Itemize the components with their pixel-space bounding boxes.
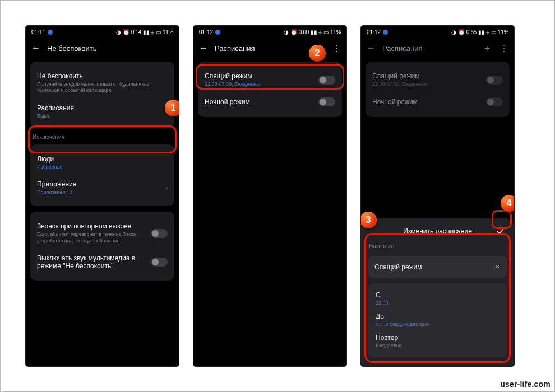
wifi-icon: ⏚: [486, 29, 489, 35]
status-indicators: ◑ ⏰ 0.14 ▮▮ ⏚ ▭ 11%: [116, 29, 173, 35]
sleep-mode-row: Спящий режим 22:00-07:00, Ежедневно: [372, 67, 503, 92]
name-value: Спящий режим: [374, 263, 494, 271]
people-row[interactable]: Люди Избранное: [37, 150, 168, 175]
moon-icon: ◑: [284, 29, 289, 35]
signal-icon: ▮▮: [143, 29, 149, 35]
status-app-dot-icon: [48, 30, 53, 35]
battery-pct: 11%: [163, 29, 173, 35]
wifi-icon: ⏚: [151, 29, 154, 35]
moon-icon: ◑: [116, 29, 121, 35]
status-time: 01:12: [367, 29, 381, 35]
sleep-mode-row[interactable]: Спящий режим 22:00-07:00, Ежедневно: [205, 67, 335, 92]
title-bar: ← Не беспокоить: [26, 38, 179, 58]
check-icon: [496, 227, 505, 236]
people-title: Люди: [37, 155, 168, 163]
more-icon[interactable]: ⋮: [331, 43, 342, 54]
callout-1: 1: [165, 100, 179, 116]
sleep-title: Спящий режим: [205, 72, 314, 80]
net-speed: 0.65: [466, 29, 477, 35]
alarm-icon: ⏰: [458, 29, 465, 35]
page-title: Не беспокоить: [47, 44, 97, 53]
edit-schedule-sheet: Изменить расписание Название Спящий режи…: [361, 218, 514, 366]
mute-media-row[interactable]: Выключать звук мультимедиа в режиме "Не …: [37, 249, 168, 275]
to-row[interactable]: До 07:00 следующего дня: [374, 309, 501, 330]
apps-title: Приложения: [37, 180, 161, 188]
exceptions-label: Исключения: [30, 134, 174, 141]
page-title: Расписания: [215, 44, 255, 53]
dnd-row: Не беспокоить Получайте уведомления толь…: [37, 67, 168, 99]
more-icon[interactable]: ⋮: [498, 43, 510, 54]
from-label: С: [376, 291, 499, 299]
alarm-icon: ⏰: [123, 29, 130, 35]
status-time: 01:12: [199, 29, 213, 35]
callout-4: 4: [501, 195, 514, 212]
name-input[interactable]: Спящий режим ✕: [368, 256, 507, 278]
signal-icon: ▮▮: [311, 29, 317, 35]
title-bar: ← Расписания ＋ ⋮: [361, 38, 514, 58]
sleep-toggle[interactable]: [318, 76, 335, 85]
night-mode-row: Ночной режим: [372, 92, 503, 111]
signal-icon: ▮▮: [478, 29, 484, 35]
sleep-sub: 22:00-07:00, Ежедневно: [372, 81, 482, 87]
back-icon[interactable]: ←: [30, 43, 41, 53]
status-indicators: ◑ ⏰ 0.65 ▮▮ ⏚ ▭ 11%: [451, 29, 508, 35]
net-speed: 0.14: [131, 29, 141, 35]
alarm-icon: ⏰: [290, 29, 297, 35]
people-sub: Избранное: [37, 164, 168, 170]
status-time: 01:11: [31, 29, 45, 35]
battery-icon: ▭: [156, 29, 161, 35]
clear-icon[interactable]: ✕: [494, 263, 501, 271]
moon-icon: ◑: [451, 29, 456, 35]
night-title: Ночной режим: [205, 98, 314, 106]
callout-2: 2: [309, 45, 326, 62]
dnd-title: Не беспокоить: [37, 72, 168, 80]
dnd-card: Не беспокоить Получайте уведомления толь…: [30, 62, 174, 128]
schedules-row[interactable]: Расписания Выкл. ›: [37, 99, 168, 123]
from-row[interactable]: С 22:00: [374, 288, 501, 309]
confirm-button[interactable]: [493, 224, 507, 239]
repeat-row[interactable]: Повтор Ежедневно: [374, 330, 501, 352]
repeat-call-sub: Если абонент перезвонит в течение 3 мин.…: [37, 231, 146, 244]
mute-media-title: Выключать звук мультимедиа в режиме "Не …: [37, 254, 146, 270]
status-bar: 01:11 ◑ ⏰ 0.14 ▮▮ ⏚ ▭ 11%: [26, 26, 179, 38]
exceptions-card: Люди Избранное Приложения Приложения: 0 …: [30, 144, 174, 207]
sheet-title: Изменить расписание: [403, 227, 472, 235]
repeat-value: Ежедневно: [376, 343, 499, 348]
status-bar: 01:12 ◑ ⏰ 0.00 ▮▮ ⏚ ▭ 11%: [193, 26, 346, 38]
extras-card: Звонок при повторном вызове Если абонент…: [30, 212, 174, 281]
schedules-list-card: Спящий режим 22:00-07:00, Ежедневно Ночн…: [366, 62, 510, 117]
time-settings: С 22:00 До 07:00 следующего дня Повтор Е…: [368, 283, 507, 357]
status-app-dot-icon: [383, 30, 388, 35]
repeat-call-toggle[interactable]: [151, 229, 168, 238]
dnd-subtitle: Получайте уведомления только от будильни…: [37, 81, 168, 94]
night-mode-row[interactable]: Ночной режим: [205, 92, 335, 111]
apps-row[interactable]: Приложения Приложения: 0 ›: [37, 175, 168, 200]
add-icon[interactable]: ＋: [482, 43, 493, 54]
chevron-right-icon: ›: [165, 184, 168, 192]
schedules-title: Расписания: [37, 104, 161, 112]
status-app-dot-icon: [215, 30, 220, 35]
phone-1: 01:11 ◑ ⏰ 0.14 ▮▮ ⏚ ▭ 11% ← Не беспокоит…: [26, 26, 179, 366]
sleep-sub: 22:00-07:00, Ежедневно: [205, 81, 314, 87]
to-value: 07:00 следующего дня: [376, 321, 499, 327]
battery-icon: ▭: [323, 29, 329, 35]
schedules-sub: Выкл.: [37, 113, 161, 119]
back-icon[interactable]: ←: [198, 43, 209, 53]
repeat-call-row[interactable]: Звонок при повторном вызове Если абонент…: [37, 217, 168, 249]
night-title: Ночной режим: [372, 98, 482, 106]
name-label: Название: [368, 243, 507, 250]
night-toggle[interactable]: [318, 97, 335, 106]
phone-3: 01:12 ◑ ⏰ 0.65 ▮▮ ⏚ ▭ 11% ← Расписания ＋…: [361, 26, 514, 366]
watermark: user-life.com: [500, 380, 551, 389]
net-speed: 0.00: [299, 29, 309, 35]
battery-pct: 11%: [498, 29, 508, 35]
battery-pct: 11%: [330, 29, 341, 35]
status-indicators: ◑ ⏰ 0.00 ▮▮ ⏚ ▭ 11%: [284, 29, 341, 35]
apps-sub: Приложения: 0: [37, 189, 161, 195]
back-icon[interactable]: ←: [366, 43, 377, 53]
mute-media-toggle[interactable]: [151, 258, 168, 267]
wifi-icon: ⏚: [318, 29, 322, 35]
from-value: 22:00: [376, 300, 499, 306]
schedules-list-card: Спящий режим 22:00-07:00, Ежедневно Ночн…: [198, 62, 342, 117]
status-bar: 01:12 ◑ ⏰ 0.65 ▮▮ ⏚ ▭ 11%: [361, 26, 514, 38]
